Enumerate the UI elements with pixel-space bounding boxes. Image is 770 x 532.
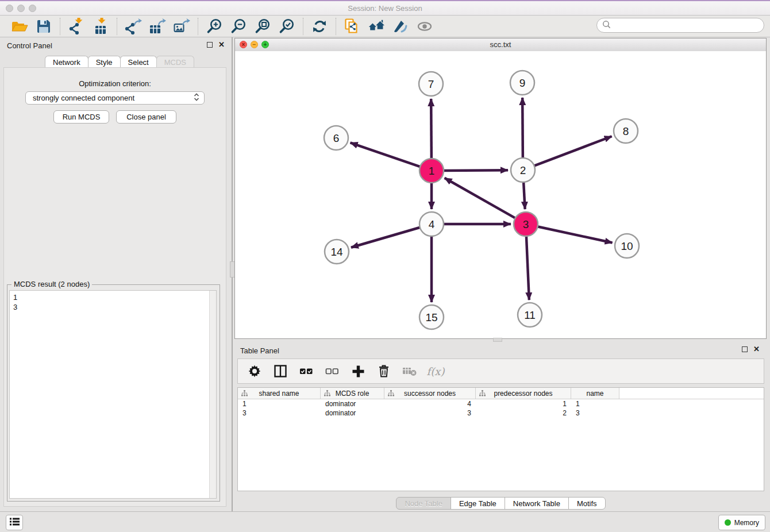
svg-text:8: 8 bbox=[623, 125, 629, 137]
gear-icon[interactable] bbox=[247, 364, 262, 379]
status-bar: Memory bbox=[0, 511, 770, 532]
select-all-icon[interactable] bbox=[299, 364, 314, 379]
node-1[interactable]: 1 bbox=[419, 159, 444, 183]
refresh-icon[interactable] bbox=[311, 18, 328, 35]
import-network-icon[interactable] bbox=[68, 18, 85, 35]
clone-network-icon[interactable] bbox=[344, 18, 361, 35]
import-table-icon[interactable] bbox=[92, 18, 109, 35]
edge-3-11[interactable] bbox=[526, 234, 529, 300]
run-mcds-button[interactable]: Run MCDS bbox=[53, 110, 109, 124]
close-panel-button[interactable]: Close panel bbox=[116, 110, 176, 124]
table-cell: 3 bbox=[571, 409, 619, 417]
save-icon[interactable] bbox=[35, 18, 52, 35]
memory-button[interactable]: Memory bbox=[718, 515, 765, 530]
network-graph[interactable]: 7968124314101511 bbox=[235, 51, 766, 338]
columns-icon[interactable] bbox=[273, 364, 288, 379]
svg-text:3: 3 bbox=[523, 218, 529, 230]
edge-4-14[interactable] bbox=[351, 227, 422, 248]
search-box[interactable] bbox=[596, 18, 764, 33]
close-table-panel-icon[interactable]: ✕ bbox=[753, 346, 760, 353]
svg-text:14: 14 bbox=[330, 246, 343, 258]
task-history-button[interactable] bbox=[6, 515, 23, 530]
tab-network[interactable]: Network bbox=[45, 56, 88, 68]
deselect-all-icon[interactable] bbox=[325, 364, 340, 379]
float-table-panel-icon[interactable] bbox=[742, 346, 748, 352]
mcds-result-title: MCDS result (2 nodes) bbox=[11, 280, 92, 288]
control-panel: Control Panel ✕ NetworkStyleSelectMCDS O… bbox=[0, 37, 230, 511]
edge-1-7[interactable] bbox=[431, 99, 432, 160]
column-header-predecessor-nodes[interactable]: predecessor nodes bbox=[476, 388, 571, 399]
node-15[interactable]: 15 bbox=[419, 305, 444, 329]
node-6[interactable]: 6 bbox=[324, 126, 348, 150]
node-10[interactable]: 10 bbox=[615, 234, 639, 258]
table-header-row: shared nameMCDS rolesuccessor nodesprede… bbox=[238, 388, 764, 399]
column-header-MCDS-role[interactable]: MCDS role bbox=[321, 388, 384, 399]
stepper-icon bbox=[192, 92, 201, 103]
column-header-label: shared name bbox=[259, 390, 299, 398]
delete-table-icon bbox=[402, 364, 417, 379]
homes-icon[interactable] bbox=[368, 18, 385, 35]
svg-text:6: 6 bbox=[333, 132, 340, 144]
edge-1-2[interactable] bbox=[442, 170, 508, 171]
tab-select[interactable]: Select bbox=[120, 56, 157, 68]
paintbrush-icon[interactable] bbox=[392, 18, 409, 35]
table-panel-title: Table Panel bbox=[240, 346, 279, 355]
float-panel-icon[interactable] bbox=[207, 42, 213, 48]
edge-3-10[interactable] bbox=[536, 226, 613, 243]
network-window-titlebar[interactable]: × − + scc.txt bbox=[235, 38, 766, 52]
node-table[interactable]: shared nameMCDS rolesuccessor nodesprede… bbox=[237, 387, 764, 491]
export-network-icon[interactable] bbox=[125, 18, 142, 35]
optimization-select-value: strongly connected component bbox=[33, 94, 192, 102]
table-row[interactable]: 1dominator411 bbox=[238, 399, 764, 408]
column-header-shared-name[interactable]: shared name bbox=[238, 388, 321, 399]
window-title: Session: New Session bbox=[0, 4, 770, 13]
node-7[interactable]: 7 bbox=[419, 72, 443, 96]
tab-mcds[interactable]: MCDS bbox=[156, 56, 194, 68]
column-header-successor-nodes[interactable]: successor nodes bbox=[384, 388, 476, 399]
close-panel-icon[interactable]: ✕ bbox=[218, 41, 225, 48]
tab-edge-table[interactable]: Edge Table bbox=[451, 497, 505, 510]
mcds-result-area[interactable]: 13 bbox=[9, 290, 217, 499]
edge-2-9[interactable] bbox=[522, 98, 523, 160]
zoom-fit-icon[interactable] bbox=[254, 18, 271, 35]
column-header-label: successor nodes bbox=[404, 390, 456, 398]
svg-text:1: 1 bbox=[429, 165, 435, 177]
tab-node-table[interactable]: Node Table bbox=[396, 497, 451, 510]
table-cell: 1 bbox=[238, 400, 321, 408]
edge-3-1[interactable] bbox=[445, 178, 517, 219]
edge-2-8[interactable] bbox=[533, 136, 612, 166]
node-3[interactable]: 3 bbox=[514, 212, 538, 236]
optimization-label: Optimization criterion: bbox=[4, 79, 226, 88]
trash-icon[interactable] bbox=[376, 364, 391, 379]
node-14[interactable]: 14 bbox=[325, 240, 349, 264]
edge-1-6[interactable] bbox=[351, 142, 422, 167]
network-canvas[interactable]: 7968124314101511 bbox=[235, 51, 766, 338]
zoom-in-icon[interactable] bbox=[206, 18, 223, 35]
node-2[interactable]: 2 bbox=[511, 158, 535, 182]
search-input[interactable] bbox=[614, 21, 764, 30]
tree-icon bbox=[324, 390, 330, 398]
result-scrollbar[interactable] bbox=[209, 291, 216, 498]
edge-2-3[interactable] bbox=[523, 180, 525, 209]
zoom-out-icon[interactable] bbox=[230, 18, 247, 35]
add-column-icon[interactable] bbox=[351, 364, 365, 379]
zoom-selected-icon[interactable] bbox=[278, 18, 295, 35]
node-9[interactable]: 9 bbox=[510, 71, 534, 95]
tab-motifs[interactable]: Motifs bbox=[568, 497, 606, 510]
open-folder-icon[interactable] bbox=[11, 18, 28, 35]
eye-icon[interactable] bbox=[416, 18, 433, 35]
node-8[interactable]: 8 bbox=[614, 119, 638, 143]
node-11[interactable]: 11 bbox=[518, 303, 542, 327]
svg-text:2: 2 bbox=[520, 164, 526, 176]
export-table-icon[interactable] bbox=[149, 18, 166, 35]
horizontal-splitter-grip[interactable] bbox=[493, 338, 502, 342]
table-cell: 1 bbox=[571, 400, 619, 408]
column-header-label: name bbox=[586, 390, 603, 398]
optimization-select[interactable]: strongly connected component bbox=[25, 91, 205, 105]
column-header-name[interactable]: name bbox=[571, 388, 619, 399]
tab-style[interactable]: Style bbox=[88, 56, 121, 68]
tab-network-table[interactable]: Network Table bbox=[505, 497, 569, 510]
table-row[interactable]: 3dominator323 bbox=[238, 408, 764, 418]
export-image-icon[interactable] bbox=[173, 18, 190, 35]
node-4[interactable]: 4 bbox=[419, 212, 444, 236]
